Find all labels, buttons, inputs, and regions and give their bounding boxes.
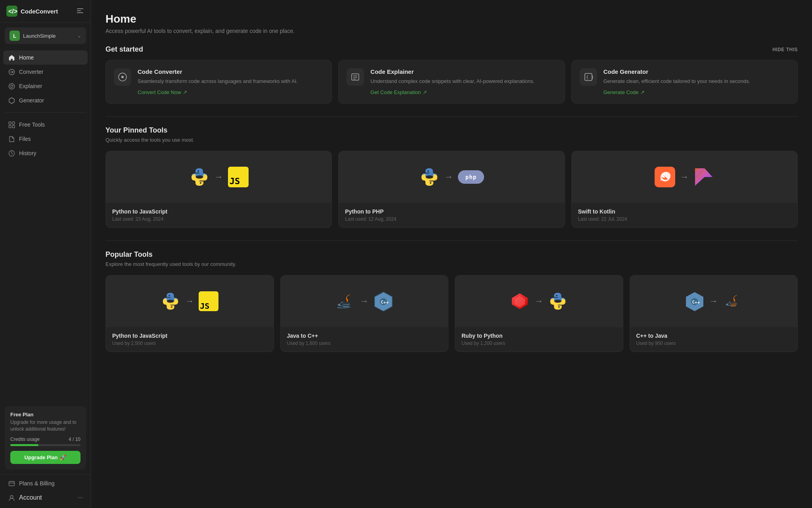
account-icon [8, 494, 15, 501]
plans-billing-icon [8, 480, 15, 487]
svg-point-16 [10, 495, 13, 498]
popular-arrow-1: → [185, 296, 194, 306]
generator-card-description: Generate clean, efficient code tailored … [603, 77, 751, 85]
sidebar-item-home[interactable]: Home [3, 50, 88, 65]
pinned-tool-swift-kotlin[interactable]: → [571, 151, 798, 228]
sidebar-item-home-label: Home [19, 54, 34, 61]
popular-tool-python-js-meta: Used by 2,500 users [112, 341, 267, 346]
sidebar-item-plans-billing[interactable]: Plans & Billing [3, 476, 88, 491]
popular-tools-desc: Explore the most frequently used tools b… [105, 261, 798, 267]
svg-rect-14 [9, 481, 14, 486]
pinned-tools-desc: Quickly access the tools you use most. [105, 137, 798, 143]
files-icon [8, 135, 15, 142]
sidebar-item-free-tools[interactable]: Free Tools [3, 117, 88, 132]
explainer-card-link[interactable]: Get Code Explanation ↗ [370, 89, 534, 95]
popular-tool-ruby-python-title: Ruby to Python [462, 333, 617, 339]
get-started-cards: Code Converter Seamlessly transform code… [105, 60, 798, 104]
sidebar-item-generator[interactable]: Generator [3, 93, 88, 108]
pinned-tool-python-js-visual: → JS [106, 151, 331, 203]
popular-tool-python-js[interactable]: → JS Python to JavaScript Used by 2,500 … [105, 275, 274, 352]
upgrade-btn-icon: 🚀 [60, 454, 66, 460]
svg-marker-8 [9, 98, 14, 104]
account-options-icon[interactable]: ··· [78, 494, 83, 501]
popular-tool-ruby-python[interactable]: → Ruby to Python Used by 1,200 users [455, 275, 623, 352]
kotlin-logo-icon [693, 167, 714, 187]
history-icon [8, 150, 15, 157]
upgrade-plan-button[interactable]: Upgrade Plan 🚀 [10, 451, 80, 464]
svg-text:C++: C++ [692, 299, 700, 304]
hide-this-button[interactable]: HIDE THIS [772, 47, 798, 52]
pinned-tool-python-js[interactable]: → JS Python to JavaScript Last used: 23 … [105, 151, 332, 228]
sidebar-item-explainer-label: Explainer [19, 83, 42, 89]
swift-logo-icon [655, 167, 675, 187]
bottom-nav: Plans & Billing Account ··· [0, 474, 91, 508]
workspace-selector[interactable]: L LaunchSimple ⌄ [5, 27, 86, 44]
popular-tool-python-js-title: Python to JavaScript [112, 333, 267, 339]
explainer-card-content: Code Explainer Understand complex code s… [370, 68, 534, 95]
python-logo-icon [189, 167, 210, 187]
converter-card-link[interactable]: Convert Code Now ↗ [138, 89, 298, 95]
sidebar-item-files[interactable]: Files [3, 132, 88, 146]
upgrade-btn-label: Upgrade Plan [25, 454, 58, 460]
svg-text:{ }: { } [586, 75, 593, 80]
generator-card-link[interactable]: Generate Code ↗ [603, 89, 751, 95]
sidebar-spacer [0, 162, 91, 401]
converter-icon [8, 68, 15, 75]
sidebar-toggle-button[interactable] [76, 6, 84, 16]
generator-card-content: Code Generator Generate clean, efficient… [603, 68, 751, 95]
plan-label: Free Plan [10, 412, 80, 418]
python-logo-small-1 [161, 291, 180, 311]
svg-rect-12 [12, 125, 15, 128]
sidebar-item-history[interactable]: History [3, 146, 88, 160]
logo-area: </> CodeConvert [6, 6, 58, 17]
primary-nav: Home Converter Explainer [0, 49, 91, 109]
popular-tool-java-cpp[interactable]: → C++ Java to C++ Used by 1,800 users [280, 275, 449, 352]
java-logo-icon [335, 291, 355, 311]
popular-tool-cpp-java-meta: Used by 900 users [636, 341, 791, 346]
popular-tools-grid: → JS Python to JavaScript Used by 2,500 … [105, 275, 798, 352]
popular-tool-cpp-java[interactable]: C++ → C++ to Java Used by 90 [630, 275, 798, 352]
get-started-section-header: Get started HIDE THIS [105, 45, 798, 54]
java-logo-icon-2 [723, 291, 743, 311]
svg-point-6 [9, 83, 14, 89]
home-icon [8, 54, 15, 61]
sidebar-item-account[interactable]: Account ··· [3, 491, 88, 505]
sidebar-item-history-label: History [19, 150, 36, 156]
explainer-card-icon [347, 68, 364, 86]
svg-text:</>: </> [8, 8, 17, 15]
pinned-tool-swift-kotlin-info: Swift to Kotlin Last used: 22 Jul, 2024 [572, 203, 797, 227]
ruby-logo-icon [510, 291, 530, 311]
credits-progress-fill [10, 444, 38, 446]
secondary-nav: Free Tools Files History [0, 116, 91, 162]
nav-divider-1 [5, 112, 86, 113]
pinned-tool-python-php-meta: Last used: 12 Aug, 2024 [345, 216, 558, 222]
main-content: Home Access powerful AI tools to convert… [91, 0, 812, 508]
sidebar-item-converter[interactable]: Converter [3, 65, 88, 79]
svg-rect-2 [77, 8, 83, 9]
get-started-card-explainer: Code Explainer Understand complex code s… [338, 60, 565, 104]
explainer-card-title: Code Explainer [370, 68, 534, 75]
pinned-tool-python-js-info: Python to JavaScript Last used: 23 Aug, … [106, 203, 331, 227]
sidebar-item-files-label: Files [19, 136, 31, 142]
arrow-icon-2: → [444, 172, 453, 182]
sidebar-item-explainer[interactable]: Explainer [3, 79, 88, 93]
converter-card-icon [114, 68, 131, 86]
svg-rect-9 [9, 122, 11, 124]
upgrade-description: Upgrade for more usage and to unlock add… [10, 419, 80, 433]
popular-arrow-3: → [534, 296, 543, 306]
sidebar-item-free-tools-label: Free Tools [19, 121, 45, 128]
credits-row: Credits usage 4 / 10 [10, 437, 80, 442]
js-logo-icon: JS [228, 167, 249, 187]
generator-card-icon: { } [580, 68, 597, 86]
pinned-tool-swift-kotlin-meta: Last used: 22 Jul, 2024 [578, 216, 791, 222]
generator-icon [8, 97, 15, 104]
arrow-icon: → [214, 172, 223, 182]
get-started-card-converter: Code Converter Seamlessly transform code… [105, 60, 332, 104]
svg-rect-10 [12, 122, 15, 124]
svg-text:C++: C++ [381, 299, 389, 304]
app-logo-icon: </> [6, 6, 17, 17]
app-name: CodeConvert [21, 8, 58, 15]
pinned-tool-python-php[interactable]: → php Python to PHP Last used: 12 Aug, 2… [338, 151, 565, 228]
sidebar-item-generator-label: Generator [19, 97, 44, 104]
workspace-name: LaunchSimple [23, 33, 74, 39]
